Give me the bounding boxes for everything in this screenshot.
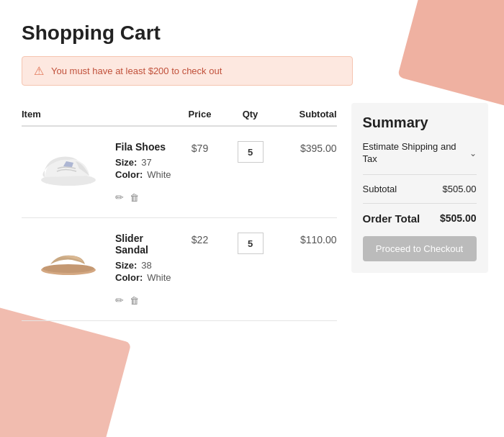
col-subtotal: Subtotal [272,109,337,120]
item-price: $22 [171,233,229,245]
item-color: Color: White [115,272,171,283]
color-label: Color: [115,169,143,180]
size-label: Size: [115,260,137,271]
item-subtotal: $110.00 [272,233,337,245]
order-total-value: $505.00 [440,212,477,224]
shipping-estimate-row[interactable]: Estimate Shipping and Tax ⌄ [363,141,477,175]
col-qty: Qty [229,109,272,120]
color-value: White [147,169,171,180]
summary-panel: Summary Estimate Shipping and Tax ⌄ Subt… [351,103,488,273]
delete-icon[interactable] [130,294,139,306]
product-image [36,141,101,188]
item-size: Size: 38 [115,260,171,271]
delete-icon[interactable] [130,192,139,203]
item-details: Fila Shoes Size: 37 Color: White [115,141,171,203]
col-price: Price [171,109,229,120]
checkout-button[interactable]: Proceed to Checkout [363,236,477,261]
item-qty: 5 [229,141,272,163]
shipping-label: Estimate Shipping and Tax [363,141,469,166]
item-name: Slider Sandal [115,233,171,256]
alert-banner: ⚠ You must have at least $200 to check o… [22,56,353,86]
subtotal-row: Subtotal $505.00 [363,184,477,204]
item-image-cell [22,141,115,188]
subtotal-label: Subtotal [363,184,397,194]
item-name: Fila Shoes [115,141,171,153]
table-row: Fila Shoes Size: 37 Color: White $79 [22,127,337,218]
item-image-cell [22,233,115,279]
main-layout: Item Price Qty Subtotal [22,103,482,321]
size-value: 37 [141,157,151,168]
item-price: $79 [171,141,229,154]
item-details: Slider Sandal Size: 38 Color: White [115,233,171,306]
color-label: Color: [115,272,143,283]
table-header: Item Price Qty Subtotal [22,103,337,127]
alert-text: You must have at least $200 to check out [51,66,222,76]
color-value: White [147,272,171,283]
col-item: Item [22,109,115,120]
item-actions [115,294,171,306]
size-value: 38 [141,260,151,271]
chevron-down-icon: ⌄ [469,148,477,158]
product-image [36,233,101,279]
item-actions [115,192,171,203]
warning-icon: ⚠ [34,64,44,78]
qty-input[interactable]: 5 [238,141,264,163]
order-total-row: Order Total $505.00 [363,212,477,225]
item-subtotal: $395.00 [272,141,337,154]
item-size: Size: 37 [115,157,171,168]
table-row: Slider Sandal Size: 38 Color: White $22 [22,218,337,321]
cart-section: Item Price Qty Subtotal [22,103,337,321]
subtotal-value: $505.00 [443,184,477,194]
svg-point-2 [42,264,94,273]
edit-icon[interactable] [115,192,124,203]
edit-icon[interactable] [115,294,124,306]
item-color: Color: White [115,169,171,180]
size-label: Size: [115,157,137,168]
order-total-label: Order Total [363,212,420,225]
page-title: Shopping Cart [22,22,482,45]
qty-input[interactable]: 5 [238,233,264,254]
item-qty: 5 [229,233,272,254]
col-spacer [115,109,171,120]
summary-title: Summary [363,114,477,131]
